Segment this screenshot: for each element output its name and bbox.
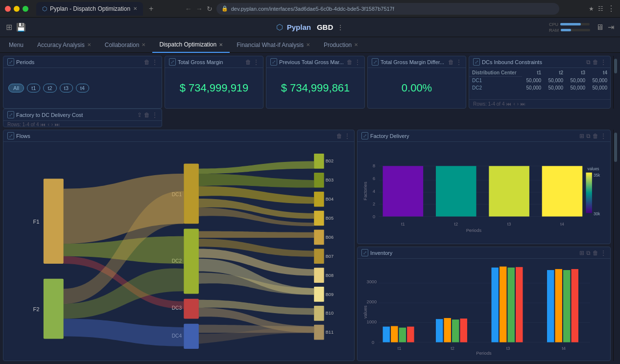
svg-rect-23 (314, 306, 324, 321)
menu-dots[interactable]: ⋮ (607, 4, 615, 13)
more-icon-tgmd[interactable]: ⋮ (456, 59, 462, 66)
logo-icon: ⬡ (276, 23, 283, 32)
win-close[interactable] (5, 6, 11, 12)
copy-icon-inv[interactable]: ⧉ (586, 250, 591, 256)
delete-icon-tgmd[interactable]: 🗑 (448, 59, 454, 66)
svg-text:B07: B07 (326, 254, 334, 259)
table-icon-inv[interactable]: ⊞ (579, 250, 584, 256)
expand-icon-ptgm[interactable]: ⤢ (270, 58, 277, 66)
svg-rect-25 (314, 325, 324, 340)
tgm-header: ⤢ Total Gross Margin 🗑 ⋮ (165, 56, 263, 68)
svg-text:F1: F1 (33, 219, 40, 225)
more-icon-flows[interactable]: ⋮ (344, 133, 350, 139)
svg-rect-65 (407, 327, 414, 342)
period-tag-t2[interactable]: t2 (43, 84, 56, 92)
expand-icon-fd[interactable]: ⤢ (361, 132, 368, 139)
factory-nav-last[interactable]: ⏭ (55, 122, 60, 127)
copy-icon-fd[interactable]: ⧉ (586, 133, 591, 139)
tab-accuracy-analysis[interactable]: Accuracy Analysis ✕ (30, 37, 98, 53)
more-icon-periods[interactable]: ⋮ (152, 59, 158, 66)
svg-text:F2: F2 (33, 306, 40, 312)
svg-text:Periods: Periods (466, 228, 482, 233)
delete-icon-tgm[interactable]: 🗑 (245, 59, 251, 66)
svg-text:1000: 1000 (367, 319, 377, 324)
dcs-nav-next[interactable]: › (517, 101, 519, 107)
delete-icon-fd[interactable]: 🗑 (593, 133, 598, 139)
save-icon[interactable]: 💾 (16, 23, 26, 32)
tab-production[interactable]: Production ✕ (317, 37, 365, 53)
grid-icon[interactable]: ⊞ (6, 23, 12, 32)
expand-icon-dcs[interactable]: ⤢ (473, 58, 480, 66)
dcs-header: ⤢ DCs Inbound Constraints ⧉ 🗑 ⋮ (469, 56, 610, 68)
tab-collaboration-close[interactable]: ✕ (142, 42, 145, 47)
cpu-bar (560, 23, 590, 25)
factory-dc-title: Factory to DC Delivery Cost (16, 112, 135, 118)
extensions-icon[interactable]: ☷ (598, 5, 603, 12)
workspace-menu-icon[interactable]: ⋮ (337, 23, 344, 31)
table-icon-fd[interactable]: ⊞ (579, 133, 584, 139)
win-max[interactable] (23, 6, 28, 12)
fd-body: Factories 0 2 4 6 8 (358, 142, 610, 244)
monitor-icon[interactable]: 🖥 (596, 23, 604, 32)
tab-dispatch-optimization[interactable]: Dispatch Optimization ✕ (152, 37, 230, 53)
delete-icon-dcs[interactable]: 🗑 (593, 59, 598, 66)
dcs-col-header-t4: t4 (588, 69, 610, 77)
url-bar[interactable]: 🔒 dev.pyplan.com/interfaces/3ad6dae5-6c0… (216, 3, 559, 15)
more-icon-inv[interactable]: ⋮ (600, 250, 606, 256)
ram-label: RAM (549, 28, 559, 33)
tab-production-close[interactable]: ✕ (354, 42, 358, 47)
copy-icon-dcs[interactable]: ⧉ (586, 59, 591, 66)
factory-nav-next[interactable]: › (51, 122, 53, 127)
expand-icon-flows[interactable]: ⤢ (7, 132, 14, 139)
win-min[interactable] (14, 6, 20, 12)
expand-icon-tgmd[interactable]: ⤢ (372, 58, 379, 66)
more-icon-dcs[interactable]: ⋮ (600, 59, 606, 66)
svg-text:35k: 35k (594, 173, 600, 178)
dcs-row-dc1: DC1 50,000 50,000 50,000 50,000 (469, 77, 610, 85)
delete-icon-factory[interactable]: 🗑 (144, 112, 150, 118)
browser-tab-title: Pyplan - Dispatch Optimization (50, 5, 130, 12)
right-column: ⤢ Factory Delivery ⊞ ⧉ 🗑 ⋮ Factories 0 2 (357, 130, 611, 361)
right-scrollbar[interactable] (613, 56, 617, 109)
svg-text:B11: B11 (326, 330, 334, 335)
more-icon-tgm[interactable]: ⋮ (253, 59, 259, 66)
nav-back[interactable]: ← (185, 5, 192, 13)
sidebar-item-menu[interactable]: Menu (2, 37, 30, 53)
dcs-nav-first[interactable]: ⏮ (506, 101, 511, 107)
tab-financial-whatif[interactable]: Financial What-if Analysis ✕ (230, 37, 317, 53)
nav-forward[interactable]: → (196, 5, 203, 13)
factory-nav-prev[interactable]: ‹ (48, 122, 49, 127)
expand-icon-tgm[interactable]: ⤢ (169, 58, 176, 66)
period-tag-all[interactable]: All (8, 84, 24, 92)
tab-dispatch-close[interactable]: ✕ (219, 42, 223, 47)
expand-icon-inv[interactable]: ⤢ (361, 249, 368, 256)
logout-icon[interactable]: ⇥ (608, 23, 614, 32)
inv-body: values 0 1000 2000 3000 (358, 259, 610, 361)
browser-tab-active[interactable]: ⬡ Pyplan - Dispatch Optimization ✕ (36, 2, 143, 16)
delete-icon-periods[interactable]: 🗑 (144, 59, 150, 66)
delete-icon-inv[interactable]: 🗑 (593, 250, 598, 256)
period-tag-t1[interactable]: t1 (27, 84, 40, 92)
more-icon-factory[interactable]: ⋮ (152, 112, 158, 118)
more-icon-fd[interactable]: ⋮ (600, 133, 606, 139)
bottom-scrollbar[interactable] (613, 130, 617, 361)
nav-reload[interactable]: ↻ (207, 5, 213, 13)
tab-collaboration[interactable]: Collaboration ✕ (98, 37, 153, 53)
tab-accuracy-close[interactable]: ✕ (87, 42, 91, 47)
factory-nav-first[interactable]: ⏮ (41, 122, 46, 127)
tab-financial-close[interactable]: ✕ (306, 42, 310, 47)
delete-icon-ptgm[interactable]: 🗑 (347, 59, 353, 66)
delete-icon-flows[interactable]: 🗑 (336, 133, 342, 139)
new-tab-btn[interactable]: + (147, 4, 155, 13)
expand-icon-periods[interactable]: ⤢ (7, 58, 14, 66)
expand-icon-factory[interactable]: ⤢ (7, 111, 14, 118)
more-icon-ptgm[interactable]: ⋮ (355, 59, 360, 66)
browser-tab-close[interactable]: ✕ (133, 6, 137, 11)
dcs-nav-last[interactable]: ⏭ (521, 101, 525, 107)
bookmark-icon[interactable]: ★ (589, 5, 594, 12)
share-icon-factory[interactable]: ⇪ (137, 112, 142, 118)
period-tag-t4[interactable]: t4 (76, 84, 89, 92)
dcs-nav-prev[interactable]: ‹ (513, 101, 515, 107)
fd-title: Factory Delivery (370, 133, 577, 139)
period-tag-t3[interactable]: t3 (60, 84, 73, 92)
